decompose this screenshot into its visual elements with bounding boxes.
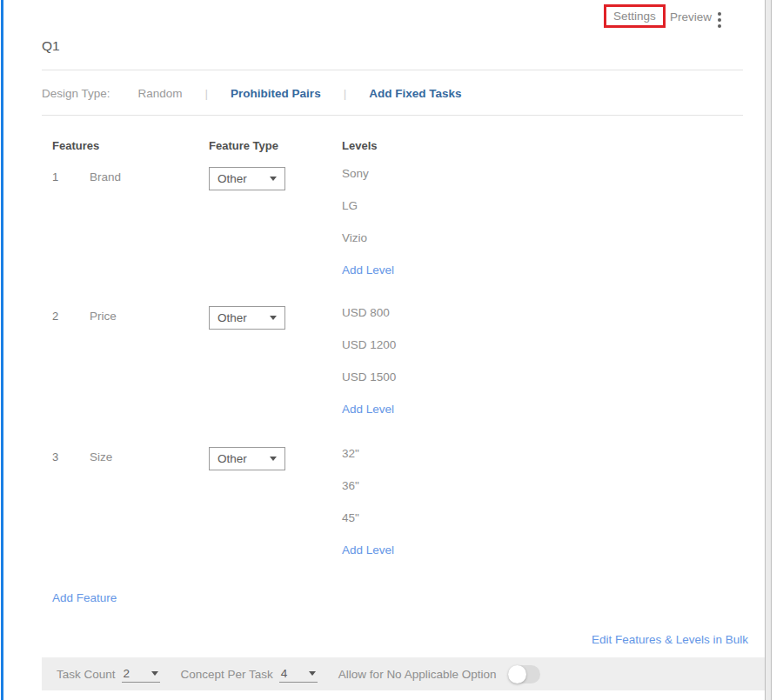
conjoint-question-editor: Settings Preview Q1 Design Type: Random … <box>0 0 783 700</box>
kebab-dot <box>718 18 721 22</box>
dropdown-arrow-icon <box>270 316 277 320</box>
feature-number: 1 <box>52 170 58 183</box>
task-count-value: 2 <box>124 667 130 680</box>
kebab-dot <box>718 24 721 28</box>
concept-per-task-value: 4 <box>281 667 288 680</box>
dropdown-arrow-icon <box>309 671 316 676</box>
level-value[interactable]: 36" <box>342 479 394 499</box>
level-value[interactable]: USD 1200 <box>342 338 396 358</box>
design-type-row: Design Type: Random | Prohibited Pairs |… <box>42 87 461 100</box>
settings-button[interactable]: Settings <box>613 10 656 23</box>
feature-type-dropdown[interactable]: Other <box>209 167 285 190</box>
task-count-dropdown[interactable]: 2 <box>122 665 160 683</box>
level-value[interactable]: 45" <box>342 511 394 531</box>
feature-type-dropdown[interactable]: Other <box>209 447 285 470</box>
design-option-add-fixed-tasks[interactable]: Add Fixed Tasks <box>369 87 461 100</box>
features-column-header: Features <box>52 139 99 152</box>
levels-list: Sony LG Vizio Add Level <box>342 167 394 296</box>
dropdown-value: Other <box>218 172 247 185</box>
levels-column-header: Levels <box>342 139 377 152</box>
concept-per-task-dropdown[interactable]: 4 <box>279 665 318 683</box>
kebab-dot <box>718 12 721 16</box>
add-level-link[interactable]: Add Level <box>342 543 394 563</box>
feature-number: 3 <box>52 450 58 463</box>
feature-name-size[interactable]: Size <box>90 450 112 463</box>
levels-list: USD 800 USD 1200 USD 1500 Add Level <box>342 306 396 435</box>
feature-name-brand[interactable]: Brand <box>90 170 121 183</box>
question-title[interactable]: Q1 <box>42 38 60 54</box>
levels-list: 32" 36" 45" Add Level <box>342 447 394 576</box>
dropdown-value: Other <box>218 452 247 465</box>
option-divider: | <box>344 87 347 100</box>
toggle-knob <box>508 665 526 683</box>
divider-line <box>42 70 743 70</box>
feature-name-price[interactable]: Price <box>90 310 117 323</box>
level-value[interactable]: Vizio <box>342 231 394 251</box>
design-type-label: Design Type: <box>42 87 110 100</box>
dropdown-arrow-icon <box>151 671 158 676</box>
design-option-prohibited-pairs[interactable]: Prohibited Pairs <box>231 87 321 100</box>
concept-per-task-label: Concept Per Task <box>181 668 273 681</box>
selected-question-indicator <box>1 0 3 700</box>
level-value[interactable]: USD 800 <box>342 306 396 326</box>
feature-type-column-header: Feature Type <box>209 139 278 152</box>
no-applicable-option-toggle[interactable] <box>508 665 540 683</box>
level-value[interactable]: Sony <box>342 167 394 187</box>
annotation-highlight-box: Settings <box>604 4 666 28</box>
dropdown-value: Other <box>218 311 247 324</box>
preview-button[interactable]: Preview <box>670 10 712 23</box>
add-level-link[interactable]: Add Level <box>342 263 394 283</box>
level-value[interactable]: LG <box>342 199 394 219</box>
no-applicable-option-label: Allow for No Applicable Option <box>338 668 497 681</box>
level-value[interactable]: USD 1500 <box>342 370 396 390</box>
add-feature-link[interactable]: Add Feature <box>52 591 117 604</box>
dropdown-arrow-icon <box>270 457 277 461</box>
dropdown-arrow-icon <box>270 177 277 181</box>
vertical-scrollbar[interactable] <box>765 0 772 700</box>
add-level-link[interactable]: Add Level <box>342 403 396 423</box>
kebab-menu-icon[interactable] <box>716 10 723 30</box>
level-value[interactable]: 32" <box>342 447 394 467</box>
bulk-edit-link[interactable]: Edit Features & Levels in Bulk <box>592 633 748 646</box>
option-divider: | <box>205 87 209 100</box>
feature-type-dropdown[interactable]: Other <box>209 306 285 330</box>
divider-line <box>42 115 743 116</box>
task-settings-bar: Task Count 2 Concept Per Task 4 Allow fo… <box>42 657 765 690</box>
feature-number: 2 <box>52 310 58 323</box>
design-option-random[interactable]: Random <box>138 87 183 100</box>
task-count-label: Task Count <box>57 668 116 681</box>
